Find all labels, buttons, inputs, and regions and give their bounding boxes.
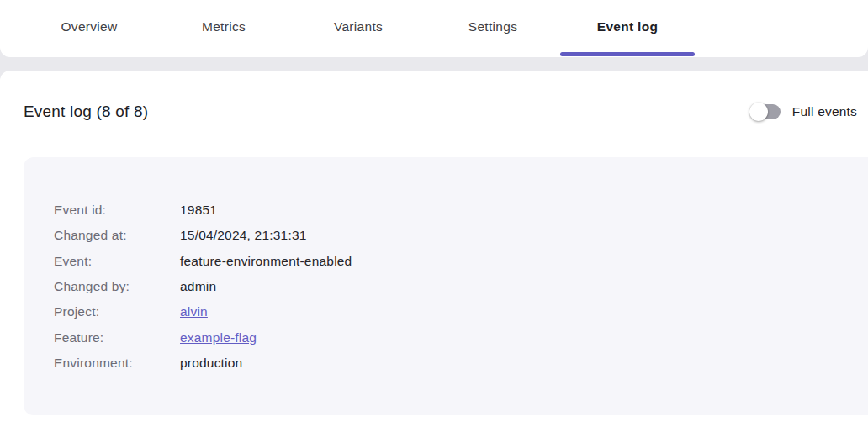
- tab-label: Overview: [61, 19, 118, 38]
- feature-link[interactable]: example-flag: [180, 330, 257, 346]
- event-detail-value: admin: [180, 279, 216, 294]
- project-link[interactable]: alvin: [180, 304, 208, 319]
- event-detail-label: Environment:: [54, 356, 180, 371]
- page-title: Event log (8 of 8): [24, 103, 148, 121]
- event-detail-value: 15/04/2024, 21:31:31: [180, 228, 307, 243]
- event-detail-row: Feature:example-flag: [54, 324, 868, 350]
- panel-header: Event log (8 of 8) Full events: [0, 71, 868, 121]
- tab-metrics[interactable]: Metrics: [156, 0, 291, 57]
- tab-overview[interactable]: Overview: [22, 0, 156, 57]
- event-detail-value: production: [180, 356, 242, 371]
- event-detail-row: Event id:19851: [54, 198, 868, 223]
- event-detail-value: feature-environment-enabled: [180, 254, 352, 269]
- tab-label: Variants: [334, 19, 383, 38]
- tab-bar: OverviewMetricsVariantsSettingsEvent log: [0, 0, 868, 57]
- event-detail-row: Project:alvin: [54, 299, 868, 324]
- divider-gap: [0, 57, 868, 71]
- tabs-nav: OverviewMetricsVariantsSettingsEvent log: [0, 0, 868, 57]
- tab-label: Event log: [597, 19, 658, 38]
- full-events-toggle-group: Full events: [750, 103, 857, 121]
- event-detail-label: Feature:: [54, 330, 180, 346]
- active-tab-indicator: [560, 52, 695, 56]
- tab-variants[interactable]: Variants: [291, 0, 426, 57]
- tab-label: Settings: [468, 19, 517, 38]
- event-detail-row: Environment:production: [54, 351, 868, 376]
- event-detail-row: Event:feature-environment-enabled: [54, 249, 868, 274]
- toggle-label: Full events: [792, 104, 857, 119]
- tab-event-log[interactable]: Event log: [560, 0, 695, 57]
- event-detail-label: Changed at:: [54, 228, 180, 243]
- event-detail-row: Changed by:admin: [54, 274, 868, 299]
- event-detail-label: Project:: [54, 304, 180, 319]
- event-log-panel: Event log (8 of 8) Full events Event id:…: [0, 71, 868, 422]
- tab-settings[interactable]: Settings: [426, 0, 560, 57]
- tab-label: Metrics: [202, 19, 246, 38]
- event-detail-value: 19851: [180, 203, 217, 218]
- full-events-toggle[interactable]: [750, 103, 781, 121]
- event-detail-label: Event id:: [54, 203, 180, 218]
- page: OverviewMetricsVariantsSettingsEvent log…: [0, 0, 868, 422]
- event-detail-row: Changed at:15/04/2024, 21:31:31: [54, 223, 868, 248]
- event-detail-label: Event:: [54, 254, 180, 269]
- event-card: Event id:19851Changed at:15/04/2024, 21:…: [24, 157, 868, 415]
- event-detail-label: Changed by:: [54, 279, 180, 294]
- toggle-thumb-icon: [749, 103, 768, 121]
- event-detail-rows: Event id:19851Changed at:15/04/2024, 21:…: [24, 157, 868, 376]
